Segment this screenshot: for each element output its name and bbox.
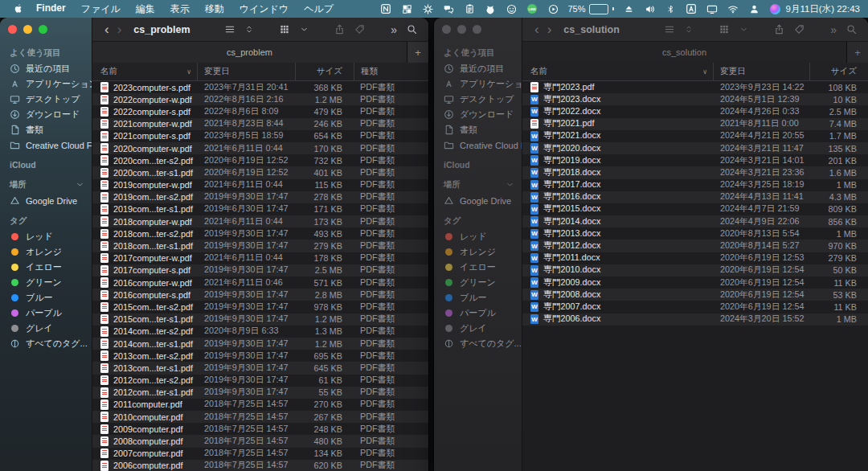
sidebar-item-downloads[interactable]: ダウンロード [434, 107, 522, 122]
new-tab-button[interactable]: + [407, 42, 428, 63]
eject-icon[interactable] [623, 3, 635, 15]
file-row[interactable]: 専門2022.docx2024年4月26日 0:332.5 MB [522, 105, 868, 117]
file-row[interactable]: 2017computer-w.pdf2021年6月11日 0:44178 KBP… [92, 252, 428, 264]
minimize-window-button[interactable] [457, 25, 466, 34]
file-row[interactable]: 専門2011.docx2020年6月19日 12:53279 KB [522, 252, 868, 264]
close-window-button[interactable] [8, 25, 17, 34]
close-window-button[interactable] [442, 25, 451, 34]
sidebar-tag-item[interactable]: イエロー [0, 260, 92, 275]
file-row[interactable]: 専門2014.docx2024年4月9日 22:06856 KB [522, 215, 868, 227]
file-row[interactable]: 専門2016.docx2024年4月13日 11:414.3 MB [522, 191, 868, 203]
chevron-down-icon[interactable] [76, 180, 84, 190]
file-row[interactable]: 2019com...ter-s2.pdf2019年9月30日 17:47278 … [92, 191, 428, 203]
sidebar-item-desktop[interactable]: デスクトップ [434, 92, 522, 107]
file-row[interactable]: 専門2017.docx2024年3月25日 18:191 MB [522, 179, 868, 191]
sidebar-tag-item[interactable]: イエロー [434, 260, 522, 275]
menu-4[interactable]: 移動 [205, 2, 224, 16]
notion-icon[interactable] [380, 3, 392, 15]
file-row[interactable]: 2020com...ter-s2.pdf2020年6月19日 12:52732 … [92, 154, 428, 166]
badge-icon[interactable] [506, 3, 518, 15]
zoom-window-button[interactable] [473, 25, 481, 34]
input-source-icon[interactable] [686, 3, 698, 15]
file-row[interactable]: 2012com...ter-s1.pdf2019年9月30日 17:4755 K… [92, 387, 428, 399]
column-header-date[interactable]: 変更日 [713, 63, 809, 80]
file-row[interactable]: 2012com...ter-s2.pdf2019年9月30日 17:4761 K… [92, 375, 428, 387]
sidebar-item-desktop[interactable]: デスクトップ [0, 92, 92, 107]
sidebar-item-folder[interactable]: Creative Cloud F... [434, 137, 522, 153]
menu-finder[interactable]: Finder [36, 2, 66, 16]
new-tab-button[interactable]: + [847, 42, 868, 63]
share-icon[interactable] [331, 23, 348, 37]
file-row[interactable]: 2015com...ter-s1.pdf2019年9月30日 17:471.2 … [92, 313, 428, 326]
sidebar-item-applications[interactable]: アプリケーション [0, 76, 92, 92]
file-row[interactable]: 専門2023.pdf2023年9月23日 14:22108 KB [522, 81, 868, 93]
file-row[interactable]: 2022computer-s.pdf2022年8月6日 8:09479 KBPD… [92, 105, 428, 117]
file-row[interactable]: 2007computer.pdf2018年7月25日 14:57134 KBPD… [92, 448, 428, 460]
search-icon[interactable] [843, 23, 860, 37]
menu-1[interactable]: ファイル [81, 2, 121, 16]
battery-indicator[interactable]: 75% [568, 4, 614, 14]
forward-button[interactable]: › [543, 23, 556, 36]
file-row[interactable]: 専門2018.docx2024年3月21日 23:361.6 MB [522, 166, 868, 178]
file-row[interactable]: 専門2006.docx2024年3月20日 15:521 MB [522, 313, 868, 326]
sidebar-tag-item[interactable]: レッド [434, 229, 522, 244]
forward-button[interactable]: › [113, 23, 126, 36]
volume-icon[interactable] [644, 3, 656, 15]
file-row[interactable]: 2009computer.pdf2018年7月25日 14:57248 KBPD… [92, 423, 428, 435]
file-row[interactable]: 2020com...ter-s1.pdf2020年6月19日 12:52401 … [92, 166, 428, 178]
menu-6[interactable]: ヘルプ [304, 2, 334, 16]
file-row[interactable]: 2014com...ter-s2.pdf2020年8月9日 6:331.3 MB… [92, 326, 428, 338]
list-view-icon[interactable] [221, 23, 239, 37]
line-icon[interactable]: LINE [526, 3, 538, 15]
sidebar-item-google-drive[interactable]: Google Drive [0, 193, 92, 208]
file-row[interactable]: 2014com...ter-s1.pdf2019年9月30日 17:471.2 … [92, 338, 428, 350]
file-row[interactable]: 2006computer.pdf2018年7月25日 14:57620 KBPD… [92, 460, 428, 471]
group-icon[interactable] [276, 23, 293, 37]
sidebar-tag-item[interactable]: オレンジ [434, 244, 522, 260]
chevron-down-icon[interactable] [736, 23, 751, 37]
sort-chevrons-icon[interactable] [682, 23, 696, 37]
sidebar-tag-item[interactable]: ブルー [434, 290, 522, 305]
file-row[interactable]: 2016computer-w.pdf2021年6月11日 0:46571 KBP… [92, 276, 428, 289]
file-row[interactable]: 専門2020.docx2024年3月21日 11:47135 KB [522, 142, 868, 154]
list-view-icon[interactable] [661, 23, 678, 37]
wifi-icon[interactable] [727, 3, 739, 15]
sidebar-item-applications[interactable]: アプリケーション [434, 76, 522, 92]
sidebar-tag-item[interactable]: オレンジ [0, 244, 92, 260]
sidebar-tag-item[interactable]: グレイ [434, 321, 522, 336]
sidebar-item-clock[interactable]: 最近の項目 [0, 61, 92, 76]
column-header-size[interactable]: サイズ [809, 63, 868, 80]
sort-chevrons-icon[interactable] [242, 23, 256, 37]
more-icon[interactable]: » [387, 23, 400, 37]
file-row[interactable]: 2018computer-w.pdf2021年6月11日 0:44173 KBP… [92, 215, 428, 227]
file-row[interactable]: 2015com...ter-s2.pdf2019年9月30日 17:47978 … [92, 301, 428, 313]
file-row[interactable]: 2022computer-w.pdf2022年8月16日 2:161.2 MBP… [92, 93, 428, 105]
file-row[interactable]: 専門2012.docx2020年8月14日 5:27970 KB [522, 240, 868, 252]
sidebar-item-all-tags[interactable]: すべてのタグ... [0, 336, 92, 351]
back-button[interactable]: ‹ [530, 23, 543, 36]
file-row[interactable]: 2010computer.pdf2018年7月25日 14:57267 KBPD… [92, 411, 428, 423]
chevron-down-icon[interactable] [297, 23, 312, 37]
chat-bubbles-icon[interactable] [443, 3, 455, 15]
sidebar-tag-item[interactable]: レッド [0, 229, 92, 244]
column-header-size[interactable]: サイズ [295, 63, 354, 80]
file-row[interactable]: 2017computer-s.pdf2019年9月30日 17:472.5 MB… [92, 264, 428, 276]
sidebar-tag-item[interactable]: パープル [0, 305, 92, 321]
menu-bar-clock[interactable]: 9月11日(水) 22:43 [786, 3, 860, 15]
file-row[interactable]: 専門2023.docx2024年5月1日 12:3910 KB [522, 93, 868, 105]
file-row[interactable]: 2011computer.pdf2018年7月25日 14:57270 KBPD… [92, 399, 428, 411]
file-row[interactable]: 専門2021.docx2024年4月21日 20:551.7 MB [522, 130, 868, 142]
chevron-down-icon[interactable] [506, 180, 514, 190]
back-button[interactable]: ‹ [100, 23, 113, 36]
menu-5[interactable]: ウインドウ [240, 2, 289, 16]
minimize-window-button[interactable] [23, 25, 32, 34]
file-row[interactable]: 2021computer-w.pdf2021年8月23日 8:44246 KBP… [92, 118, 428, 130]
file-row[interactable]: 専門2007.docx2020年6月19日 12:5411 KB [522, 301, 868, 313]
siri-icon[interactable] [769, 3, 781, 15]
sidebar-item-documents[interactable]: 書類 [434, 122, 522, 137]
file-row[interactable]: 2023computer-s.pdf2023年7月31日 20:41368 KB… [92, 81, 428, 93]
file-row[interactable]: 専門2008.docx2020年6月19日 12:5453 KB [522, 289, 868, 301]
sidebar-tag-item[interactable]: グリーン [434, 275, 522, 290]
tag-icon[interactable] [351, 23, 368, 37]
file-row[interactable]: 2021computer-s.pdf2023年8月5日 18:59654 KBP… [92, 130, 428, 142]
